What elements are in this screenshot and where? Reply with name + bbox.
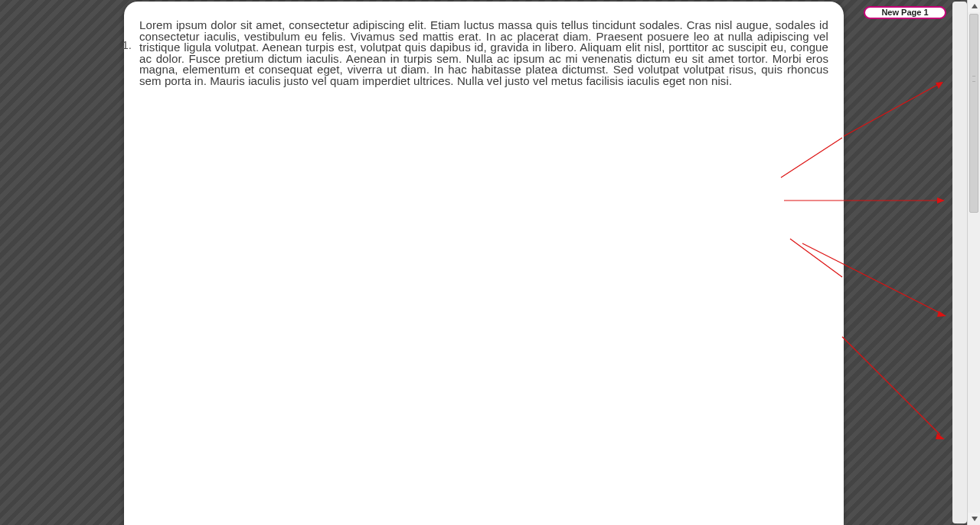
arrow-head-icon — [936, 82, 943, 89]
page-content: 1. Lorem ipsum dolor sit amet, consectet… — [139, 20, 828, 86]
document-page[interactable]: 1. Lorem ipsum dolor sit amet, consectet… — [124, 2, 844, 525]
new-page-button[interactable]: New Page 1 — [864, 6, 946, 19]
scroll-up-button[interactable] — [968, 0, 980, 12]
rail-divider — [952, 266, 967, 272]
arrow-line — [842, 337, 940, 435]
scroll-down-button[interactable] — [968, 513, 980, 525]
arrow-line — [844, 84, 939, 136]
new-page-label: New Page 1 — [881, 8, 928, 17]
vertical-scrollbar[interactable] — [967, 0, 980, 525]
rail-divider — [952, 132, 967, 138]
arrow-head-icon — [936, 433, 945, 439]
page-thumbnail-rail[interactable] — [952, 2, 967, 523]
scrollbar-grip-icon — [972, 76, 975, 82]
chevron-up-icon — [972, 4, 978, 8]
scrollbar-thumb[interactable] — [969, 14, 978, 213]
arrow-head-icon — [937, 311, 946, 317]
document-body-text[interactable]: Lorem ipsum dolor sit amet, consectetur … — [139, 20, 828, 86]
chevron-down-icon — [972, 517, 978, 521]
rail-divider — [952, 398, 967, 404]
arrow-head-icon — [937, 197, 945, 204]
list-number: 1. — [116, 38, 132, 51]
